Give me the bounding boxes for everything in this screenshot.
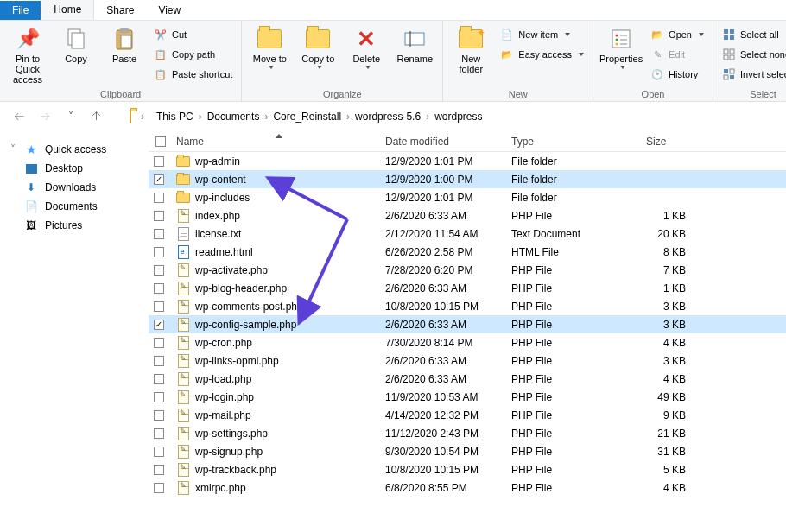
table-row[interactable]: wp-load.php2/6/2020 6:33 AMPHP File4 KB — [149, 370, 786, 388]
table-row[interactable]: wp-trackback.php10/8/2020 10:15 PMPHP Fi… — [149, 460, 786, 478]
row-checkbox[interactable] — [154, 465, 173, 475]
chevron-right-icon[interactable]: › — [263, 111, 269, 123]
up-button[interactable]: 🡡 — [88, 108, 105, 125]
file-name-cell[interactable]: wp-blog-header.php — [173, 282, 385, 295]
row-checkbox[interactable] — [154, 265, 173, 276]
table-row[interactable]: wp-mail.php4/14/2020 12:32 PMPHP File9 K… — [149, 406, 786, 424]
invert-selection-button[interactable]: Invert selection — [719, 66, 786, 83]
file-name-cell[interactable]: wp-admin — [173, 155, 385, 168]
table-row[interactable]: license.txt2/12/2020 11:54 AMText Docume… — [149, 225, 786, 243]
easy-access-button[interactable]: 📂Easy access — [497, 46, 587, 63]
table-row[interactable]: wp-cron.php7/30/2020 8:14 PMPHP File4 KB — [149, 333, 786, 352]
crumb-this-pc[interactable]: This PC — [154, 109, 196, 124]
row-checkbox[interactable] — [154, 392, 173, 402]
column-size[interactable]: Size — [646, 136, 729, 148]
row-checkbox[interactable] — [154, 356, 173, 366]
row-checkbox[interactable] — [154, 156, 173, 167]
file-name-cell[interactable]: wp-content — [173, 173, 385, 187]
copy-path-button[interactable]: 📋Copy path — [150, 46, 236, 63]
file-name-cell[interactable]: wp-mail.php — [173, 408, 385, 422]
file-name-cell[interactable]: wp-links-opml.php — [173, 354, 385, 368]
open-button[interactable]: 📂Open — [647, 26, 707, 43]
column-type[interactable]: Type — [511, 136, 646, 148]
pin-to-quick-access-button[interactable]: 📌 Pin to Quick access — [5, 24, 50, 85]
table-row[interactable]: readme.html6/26/2020 2:58 PMHTML File8 K… — [149, 243, 786, 261]
table-row[interactable]: wp-login.php11/9/2020 10:53 AMPHP File49… — [149, 388, 786, 406]
file-name-cell[interactable]: wp-activate.php — [173, 263, 385, 277]
table-row[interactable]: wp-signup.php9/30/2020 10:54 PMPHP File3… — [149, 442, 786, 460]
select-all-button[interactable]: Select all — [719, 26, 786, 43]
nav-desktop[interactable]: Desktop — [5, 159, 143, 178]
crumb-documents[interactable]: Documents — [205, 109, 263, 124]
table-row[interactable]: wp-includes12/9/2020 1:01 PMFile folder — [149, 188, 786, 206]
row-checkbox[interactable] — [154, 428, 173, 439]
column-date[interactable]: Date modified — [385, 136, 511, 148]
table-row[interactable]: wp-blog-header.php2/6/2020 6:33 AMPHP Fi… — [149, 279, 786, 297]
file-name-cell[interactable]: wp-config-sample.php — [173, 318, 385, 332]
chevron-right-icon[interactable]: › — [198, 111, 203, 123]
row-checkbox[interactable] — [154, 174, 173, 185]
copy-to-button[interactable]: Copy to — [295, 24, 340, 69]
chevron-right-icon[interactable]: › — [345, 111, 351, 123]
row-checkbox[interactable] — [154, 483, 173, 493]
table-row[interactable]: wp-admin12/9/2020 1:01 PMFile folder — [149, 152, 786, 170]
file-name-cell[interactable]: wp-cron.php — [173, 336, 385, 350]
file-name-cell[interactable]: wp-settings.php — [173, 427, 385, 440]
tab-share[interactable]: Share — [94, 1, 146, 20]
file-name-cell[interactable]: wp-trackback.php — [173, 463, 385, 477]
row-checkbox[interactable] — [154, 446, 173, 457]
table-row[interactable]: wp-comments-post.php10/8/2020 10:15 PMPH… — [149, 297, 786, 315]
new-item-button[interactable]: 📄New item — [497, 26, 587, 43]
nav-documents[interactable]: 📄Documents — [5, 197, 143, 216]
row-checkbox[interactable] — [154, 338, 173, 348]
cut-button[interactable]: ✂️Cut — [150, 26, 236, 43]
delete-button[interactable]: ✕ Delete — [344, 24, 389, 69]
row-checkbox[interactable] — [154, 211, 173, 221]
file-name-cell[interactable]: wp-login.php — [173, 390, 385, 404]
table-row[interactable]: wp-links-opml.php2/6/2020 6:33 AMPHP Fil… — [149, 352, 786, 370]
table-row[interactable]: wp-settings.php11/12/2020 2:43 PMPHP Fil… — [149, 424, 786, 442]
move-to-button[interactable]: Move to — [247, 24, 292, 69]
table-row[interactable]: xmlrpc.php6/8/2020 8:55 PMPHP File4 KB — [149, 478, 786, 497]
recent-locations-button[interactable]: ˅ — [62, 108, 79, 125]
paste-shortcut-button[interactable]: 📋Paste shortcut — [150, 66, 236, 83]
row-checkbox[interactable] — [154, 229, 173, 239]
crumb-wordpress[interactable]: wordpress — [432, 109, 485, 124]
tab-file[interactable]: File — [0, 1, 41, 20]
chevron-right-icon[interactable]: › — [140, 111, 145, 123]
row-checkbox[interactable] — [154, 374, 173, 384]
forward-button[interactable]: 🡢 — [36, 108, 54, 125]
paste-button[interactable]: Paste — [102, 24, 147, 64]
file-name-cell[interactable]: wp-load.php — [173, 372, 385, 386]
back-button[interactable]: 🡠 — [10, 108, 28, 125]
properties-button[interactable]: Properties — [599, 24, 643, 69]
row-checkbox[interactable] — [154, 320, 173, 330]
file-name-cell[interactable]: wp-includes — [173, 191, 385, 205]
file-name-cell[interactable]: xmlrpc.php — [173, 481, 385, 495]
nav-quick-access[interactable]: ˅★Quick access — [5, 140, 143, 159]
row-checkbox[interactable] — [154, 301, 173, 312]
row-checkbox[interactable] — [154, 283, 173, 294]
select-none-button[interactable]: Select none — [719, 46, 786, 63]
rename-button[interactable]: Rename — [392, 24, 437, 64]
file-name-cell[interactable]: wp-signup.php — [173, 445, 385, 459]
nav-pictures[interactable]: 🖼Pictures — [5, 216, 143, 235]
table-row[interactable]: wp-activate.php7/28/2020 6:20 PMPHP File… — [149, 261, 786, 279]
table-row[interactable]: wp-content12/9/2020 1:00 PMFile folder — [149, 170, 786, 188]
copy-button[interactable]: Copy — [54, 24, 98, 64]
tab-view[interactable]: View — [146, 1, 193, 20]
tab-home[interactable]: Home — [41, 0, 94, 20]
row-checkbox[interactable] — [154, 247, 173, 257]
row-checkbox[interactable] — [154, 410, 173, 421]
chevron-right-icon[interactable]: › — [425, 111, 430, 123]
crumb-wordpress-56[interactable]: wordpress-5.6 — [352, 109, 423, 124]
file-name-cell[interactable]: wp-comments-post.php — [173, 300, 385, 314]
history-button[interactable]: 🕑History — [647, 66, 707, 83]
file-name-cell[interactable]: license.txt — [173, 227, 385, 241]
breadcrumb[interactable]: This PC› Documents› Core_Reinstall› word… — [154, 109, 485, 124]
new-folder-button[interactable]: ✦ New folder — [448, 24, 493, 74]
column-name[interactable]: Name — [173, 136, 385, 148]
nav-downloads[interactable]: ⬇Downloads — [5, 178, 143, 197]
chevron-down-icon[interactable]: ˅ — [9, 143, 17, 155]
select-all-checkbox[interactable] — [154, 136, 173, 147]
